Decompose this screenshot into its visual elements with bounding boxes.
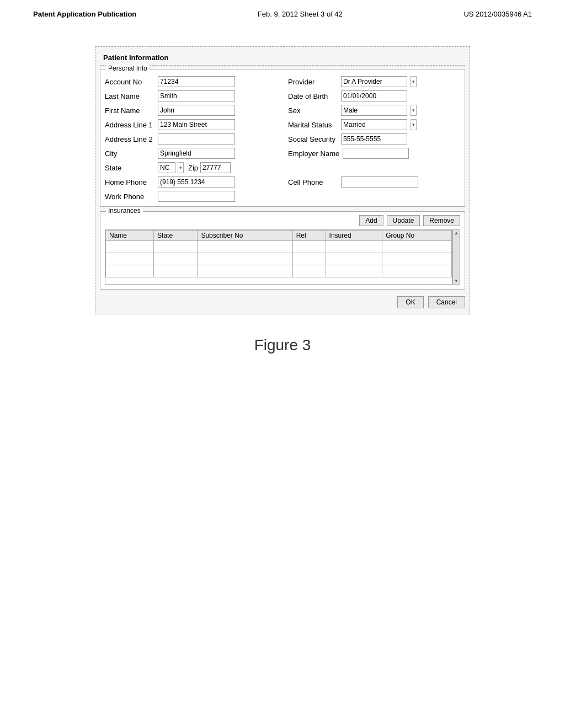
sex-dropdown-arrow: ▾ [412,108,415,113]
work-phone-row: Work Phone [105,191,277,202]
address2-input[interactable] [158,133,235,144]
ok-button[interactable]: OK [397,296,423,308]
patent-left: Patent Application Publication [33,10,136,18]
provider-row: Provider ▾ [288,76,460,87]
home-phone-input[interactable] [158,176,235,188]
social-security-input[interactable] [341,133,407,144]
insurances-legend: Insurances [106,207,143,215]
last-name-row: Last Name [105,90,277,101]
personal-info-section: Personal Info Account No Provider ▾ Last [100,69,465,207]
insurances-table-wrapper: Name State Subscriber No Rel Insured Gro… [105,229,460,285]
table-row [106,241,452,253]
scroll-down-icon[interactable]: ▼ [454,279,459,283]
work-phone-input[interactable] [158,191,235,202]
state-dropdown[interactable]: ▾ [178,162,184,173]
work-phone-right-placeholder [288,191,460,202]
update-button[interactable]: Update [387,215,420,226]
state-dropdown-arrow: ▾ [179,165,182,170]
insurances-table-header-row: Name State Subscriber No Rel Insured Gro… [106,231,452,241]
address2-label: Address Line 2 [105,135,154,143]
col-rel: Rel [292,231,326,241]
address1-row: Address Line 1 [105,119,277,130]
address2-row: Address Line 2 [105,133,277,144]
state-zip-right-placeholder [288,162,460,173]
cell-phone-row: Cell Phone [288,176,460,188]
insurances-toolbar: Add Update Remove [105,215,460,226]
dialog-footer: OK Cancel [100,294,465,309]
state-label: State [105,164,154,172]
provider-input[interactable] [341,76,407,87]
account-no-row: Account No [105,76,277,87]
state-zip-group: ▾ Zip [158,162,231,173]
marital-dropdown-arrow: ▾ [412,122,415,127]
patent-center: Feb. 9, 2012 Sheet 3 of 42 [258,10,343,18]
employer-name-label: Employer Name [288,149,339,158]
personal-info-legend: Personal Info [106,65,150,72]
zip-input[interactable] [200,162,231,173]
employer-name-input[interactable] [343,148,409,159]
page-content: Patient Information Personal Info Accoun… [0,24,565,354]
figure-caption: Figure 3 [254,336,311,354]
col-state: State [154,231,198,241]
cell-phone-input[interactable] [341,176,418,188]
home-phone-label: Home Phone [105,178,154,186]
table-row [106,265,452,277]
patient-information-dialog: Patient Information Personal Info Accoun… [95,46,470,314]
scrollbar[interactable]: ▲ ▼ [452,229,460,285]
insurances-section: Insurances Add Update Remove Name State … [100,211,465,290]
state-input[interactable] [158,162,175,173]
marital-status-input[interactable] [341,119,407,130]
cancel-button[interactable]: Cancel [428,296,465,308]
state-zip-row: State ▾ Zip [105,162,277,173]
account-no-input[interactable] [158,76,235,87]
marital-status-row: Marital Status ▾ [288,119,460,130]
social-security-label: Social Security [288,135,338,143]
social-security-row: Social Security [288,133,460,144]
dob-row: Date of Birth [288,90,460,101]
col-insured: Insured [326,231,382,241]
work-phone-label: Work Phone [105,192,154,201]
insurances-table-scroll[interactable]: Name State Subscriber No Rel Insured Gro… [105,229,452,285]
patent-right: US 2012/0035946 A1 [463,10,532,18]
table-row [106,253,452,265]
col-name: Name [106,231,154,241]
col-subscriber-no: Subscriber No [198,231,292,241]
provider-label: Provider [288,78,338,86]
dialog-title: Patient Information [100,51,465,66]
address1-input[interactable] [158,119,235,130]
cell-phone-label: Cell Phone [288,178,338,186]
account-no-label: Account No [105,78,154,86]
first-name-input[interactable] [158,105,235,116]
marital-status-label: Marital Status [288,121,338,129]
dob-input[interactable] [341,90,407,101]
dob-label: Date of Birth [288,92,338,100]
scroll-up-icon[interactable]: ▲ [454,231,459,235]
zip-label: Zip [188,164,198,172]
city-input[interactable] [158,148,235,159]
col-group-no: Group No [382,231,452,241]
insurances-table: Name State Subscriber No Rel Insured Gro… [105,230,452,277]
patent-header: Patent Application Publication Feb. 9, 2… [0,0,565,24]
remove-button[interactable]: Remove [423,215,460,226]
last-name-input[interactable] [158,90,235,101]
last-name-label: Last Name [105,92,154,100]
personal-info-grid: Account No Provider ▾ Last Name Date of [105,76,460,202]
marital-status-dropdown[interactable]: ▾ [411,119,417,130]
home-phone-row: Home Phone [105,176,277,188]
sex-row: Sex ▾ [288,105,460,116]
add-button[interactable]: Add [359,215,383,226]
sex-label: Sex [288,106,338,115]
provider-dropdown[interactable]: ▾ [411,76,417,87]
city-label: City [105,149,154,158]
employer-name-row: Employer Name [288,148,460,159]
sex-input[interactable] [341,105,407,116]
sex-dropdown[interactable]: ▾ [411,105,417,116]
first-name-row: First Name [105,105,277,116]
city-row: City [105,148,277,159]
provider-dropdown-arrow: ▾ [412,79,415,84]
address1-label: Address Line 1 [105,121,154,129]
first-name-label: First Name [105,106,154,115]
